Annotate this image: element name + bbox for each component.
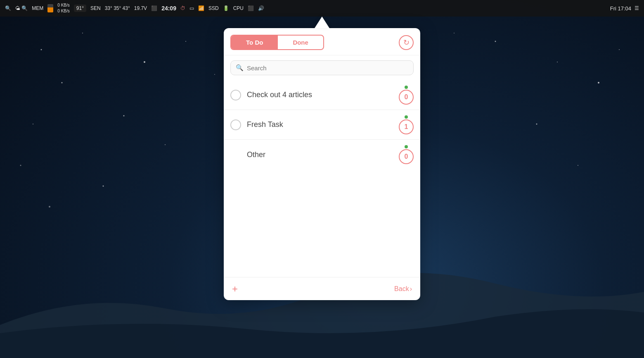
menubar-timer: 24:09: [161, 5, 176, 12]
menubar-cast: ▭: [189, 5, 194, 11]
menubar-kb: 0 KB/s0 KB/s: [57, 2, 69, 14]
tab-group: To Do Done: [230, 35, 324, 50]
menubar-battery: 🔋: [223, 5, 229, 11]
menubar-wifi: 📶: [198, 5, 204, 11]
task-badge-wrap: 0: [399, 86, 414, 105]
task-checkbox[interactable]: [230, 119, 241, 130]
menubar-mem-indicator: [47, 4, 53, 12]
task-label: Other: [247, 150, 399, 159]
menubar-voltage: 19.7V: [134, 5, 147, 11]
menubar-mem: MEM: [32, 5, 43, 11]
menubar-temps: 33° 35° 43°: [105, 5, 130, 11]
menubar-menu-icon[interactable]: ☰: [635, 5, 639, 11]
menubar-timer-icon: ⏱: [180, 5, 185, 11]
task-badge-wrap: 0: [399, 145, 414, 164]
menubar-ssd: SSD: [208, 5, 219, 11]
menubar-sen: SEN: [90, 5, 101, 11]
popup-header: To Do Done ↻: [224, 28, 420, 55]
empty-area: [224, 169, 420, 277]
back-label: Back: [394, 285, 409, 293]
menubar-cursor-icon: ⬛: [151, 5, 157, 11]
search-icon: 🔍: [236, 64, 244, 72]
refresh-icon: ↻: [403, 38, 410, 47]
menubar-right: Fri 17:04 ☰: [610, 5, 639, 12]
add-task-button[interactable]: +: [232, 284, 238, 294]
menubar-search[interactable]: 🔍: [5, 5, 11, 11]
menubar-weather: 🌤 🔍: [15, 5, 28, 11]
green-dot-icon: [405, 145, 408, 148]
task-badge[interactable]: 0: [399, 90, 414, 105]
refresh-button[interactable]: ↻: [399, 35, 414, 50]
task-badge[interactable]: 1: [399, 119, 414, 134]
task-label: Fresh Task: [247, 120, 399, 129]
popup-panel: To Do Done ↻ 🔍 Check out 4 articles 0 Fr…: [224, 28, 420, 300]
popup-arrow: [315, 17, 329, 28]
menubar-clock: Fri 17:04: [610, 5, 631, 12]
task-badge-wrap: 1: [399, 115, 414, 134]
task-checkbox[interactable]: [230, 90, 241, 100]
tab-todo[interactable]: To Do: [231, 36, 278, 49]
green-dot-icon: [405, 86, 408, 89]
back-chevron-icon: ›: [410, 285, 412, 293]
task-list: Check out 4 articles 0 Fresh Task 1 Othe…: [224, 80, 420, 169]
menubar: 🔍 🌤 🔍 MEM 0 KB/s0 KB/s 91° SEN 33° 35° 4…: [0, 0, 644, 17]
menubar-cpu: CPU: [233, 5, 244, 11]
green-dot-icon: [405, 115, 408, 119]
popup-footer: + Back ›: [224, 277, 420, 300]
task-item[interactable]: Other 0: [224, 140, 420, 169]
search-input[interactable]: [247, 64, 408, 72]
task-item[interactable]: Check out 4 articles 0: [224, 80, 420, 110]
task-item[interactable]: Fresh Task 1: [224, 110, 420, 140]
menubar-volume: 🔊: [258, 5, 264, 11]
menubar-display: ⬛: [248, 5, 254, 11]
search-bar: 🔍: [230, 60, 414, 75]
menubar-left: 🔍 🌤 🔍 MEM 0 KB/s0 KB/s 91° SEN 33° 35° 4…: [5, 2, 608, 14]
menubar-temp-badge: 91°: [74, 5, 86, 12]
task-badge[interactable]: 0: [399, 149, 414, 164]
back-button[interactable]: Back ›: [394, 285, 412, 293]
tab-done[interactable]: Done: [278, 36, 323, 49]
task-label: Check out 4 articles: [247, 91, 399, 99]
